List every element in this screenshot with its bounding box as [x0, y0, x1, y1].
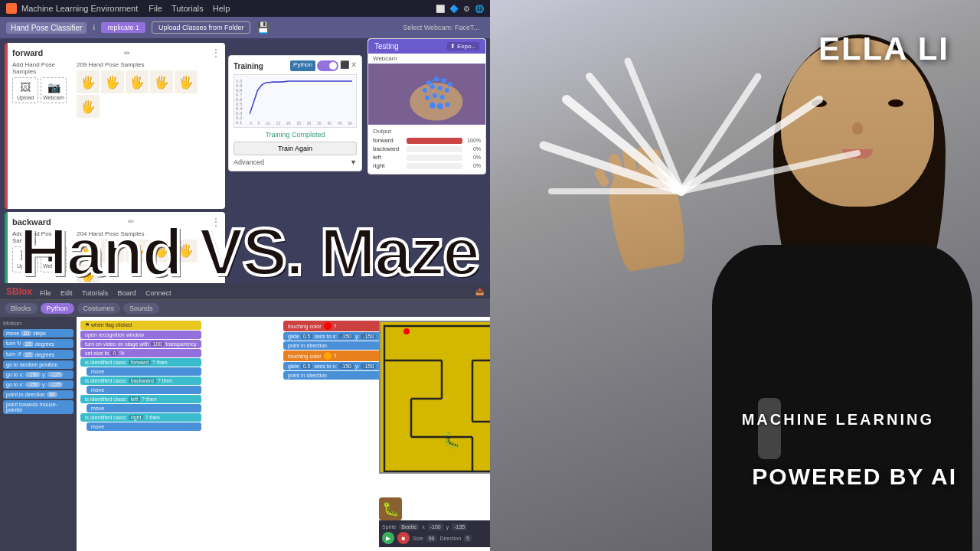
svg-point-13: [430, 103, 436, 109]
upload-label-2: Upload: [17, 263, 34, 269]
webcam-label: Webcam: [368, 54, 485, 64]
touching-color-red: touching color ?: [283, 321, 381, 331]
training-panel: Training Python ⬛ ✕ 1.00.90.80.70.6 0.50…: [228, 55, 362, 171]
sample-5: 🖐: [175, 70, 198, 93]
upload-sample-btn[interactable]: 🖼 Upload: [12, 77, 38, 103]
green-flag-btn[interactable]: ▶: [382, 532, 394, 544]
move-left: move: [87, 404, 201, 412]
save-icon[interactable]: 💾: [256, 21, 270, 34]
set-size: set size to 0 %: [80, 349, 201, 357]
tab-python[interactable]: Python: [41, 303, 74, 314]
stop-btn[interactable]: ■: [397, 532, 410, 544]
tab-sounds[interactable]: Sounds: [123, 303, 159, 314]
size-value: 99: [426, 535, 437, 542]
classifier-label: Hand Pose Classifier: [6, 22, 87, 34]
share-icon[interactable]: 📤: [475, 288, 484, 295]
advanced-btn[interactable]: Advanced ▼: [234, 158, 357, 166]
output-right-pct: 0%: [466, 163, 481, 168]
scratch-file[interactable]: File: [40, 289, 51, 297]
output-section: Output forward 100% backward 0% left: [368, 125, 485, 174]
webcam-sample-btn[interactable]: 📷 Webcam: [41, 77, 67, 103]
class-forward-menu[interactable]: ⋮: [211, 47, 220, 58]
beetle-costume: 🐛: [379, 497, 402, 520]
head: [781, 38, 934, 207]
menu-bar: File Tutorials Help: [149, 4, 230, 13]
scratch-logo: SBlox: [6, 286, 32, 297]
block-move[interactable]: move 10 steps: [3, 329, 74, 337]
sample-b4: 🖐: [150, 240, 173, 262]
y-label: y: [446, 524, 449, 530]
tab-costumes[interactable]: Costumes: [77, 303, 121, 314]
block-goto-random[interactable]: go to random position: [3, 360, 74, 369]
maze-stage: 🐛: [379, 321, 490, 474]
motion-category: Motion: [3, 320, 74, 327]
upload-btn[interactable]: Upload Classes from Folder: [152, 21, 251, 34]
point-dir-3: point in direction: [283, 371, 381, 380]
open-recognition: open recognition window: [80, 331, 201, 339]
sample-4: 🖐: [150, 70, 173, 93]
webcam-select[interactable]: Select Webcam: FaceT...: [398, 22, 484, 33]
stage-controls: Sprite Beetle x -100 y -135 ▶ ■ Size 99 …: [379, 520, 490, 547]
block-point-dir[interactable]: point in direction 90: [3, 390, 74, 399]
glide-block-2: glide 0.5 secs to x: -150 y: -150: [283, 362, 381, 370]
tab-costumes-label: Costumes: [83, 305, 115, 312]
chevron-down-icon: ▼: [350, 158, 357, 166]
class-backward-samples: Add Hand Pose Samples 🖼 Upload 📷 Webcam: [12, 230, 220, 287]
svg-point-10: [425, 96, 430, 100]
nose: [852, 122, 863, 135]
upload-sample-btn-2[interactable]: 🖼 Upload: [12, 246, 38, 272]
tab-blocks[interactable]: Blocks: [5, 303, 38, 314]
sample-btns-2: 🖼 Upload 📷 Webcam: [12, 246, 74, 272]
edit-icon[interactable]: ✏: [124, 49, 130, 57]
edit-icon-2[interactable]: ✏: [128, 217, 134, 226]
block-turn-right[interactable]: turn ↻ 15 degrees: [3, 339, 74, 348]
toggle-switch[interactable]: [317, 60, 338, 71]
scratch-connect[interactable]: Connect: [145, 289, 172, 297]
add-samples-title: Add Hand Pose Samples: [12, 61, 74, 75]
upload-label: Upload: [17, 95, 34, 100]
close-btn[interactable]: ✕: [351, 60, 357, 71]
block-goto-xy[interactable]: go to x:-150 y:-125: [3, 370, 74, 379]
sprite-name: Beetle: [399, 523, 419, 530]
x-label: x: [422, 524, 425, 530]
scratch-tutorials[interactable]: Tutorials: [82, 289, 108, 297]
menu-help[interactable]: Help: [213, 4, 230, 13]
upload-icon: 🖼: [20, 81, 31, 93]
tab-blocks-label: Blocks: [11, 305, 31, 312]
webcam-sample-btn-2[interactable]: 📷 Webcam: [41, 246, 67, 272]
info-icon: ℹ: [93, 24, 95, 31]
python-toggle[interactable]: Python: [290, 60, 315, 71]
class-backward-name: backward: [12, 217, 51, 227]
webcam-preview: [368, 64, 485, 125]
output-left-pct: 0%: [466, 155, 481, 160]
testing-header: Testing ⬆ Expo...: [368, 39, 485, 54]
scratch-area: SBlox File Edit Tutorials Board Connect …: [0, 283, 490, 551]
block-turn-left[interactable]: turn ↺ 15 degrees: [3, 350, 74, 359]
output-forward-name: forward: [373, 137, 403, 144]
class-forward-name: forward: [12, 48, 43, 57]
output-forward-pct: 100%: [466, 138, 481, 143]
menu-tutorials[interactable]: Tutorials: [172, 4, 204, 13]
scratch-edit[interactable]: Edit: [60, 289, 73, 297]
replicate-btn[interactable]: replicate 1: [101, 22, 145, 33]
train-again-btn[interactable]: Train Again: [234, 142, 357, 155]
right-panel: [490, 0, 980, 551]
menu-file[interactable]: File: [149, 4, 162, 13]
scripts-area[interactable]: ⚑ when flag clicked open recognition win…: [77, 317, 490, 551]
testing-title: Testing: [374, 42, 399, 51]
output-right-name: right: [373, 162, 403, 169]
add-samples-col-2: Add Hand Pose Samples 🖼 Upload 📷 Webcam: [12, 230, 74, 287]
samples-count-2: 204 Hand Pose Samples: [77, 230, 220, 237]
export-btn[interactable]: ⬆ Expo...: [447, 42, 479, 51]
samples-display: 209 Hand Pose Samples 🖐 🖐 🖐 🖐 🖐 🖐: [77, 61, 220, 118]
webcam-icon-2: 📷: [47, 249, 60, 262]
app-logo: [6, 3, 17, 14]
output-row-left: left 0%: [373, 154, 481, 161]
block-goto-xy2[interactable]: go to x:-150 y:-125: [3, 380, 74, 389]
if-left: is identified class: left ? then: [80, 395, 201, 403]
scratch-menu: File Edit Tutorials Board Connect: [40, 285, 178, 298]
blocks-icon: ⬛: [340, 60, 349, 71]
block-point-towards[interactable]: point towards mouse-pointer: [3, 400, 74, 414]
class-backward-menu[interactable]: ⋮: [211, 217, 220, 227]
scratch-board[interactable]: Board: [118, 289, 136, 297]
